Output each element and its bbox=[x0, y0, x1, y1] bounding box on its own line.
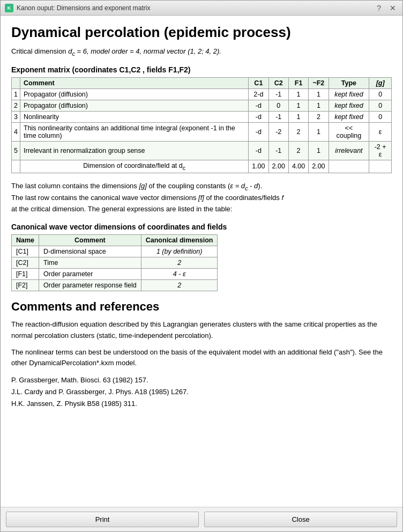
row4-type: << coupling bbox=[329, 123, 369, 142]
row2-c1: -d bbox=[249, 100, 268, 112]
row2-f2: 1 bbox=[309, 100, 329, 112]
row2-comment: Propagator (diffusion) bbox=[20, 100, 249, 112]
page-title: Dynamical percolation (epidemic process) bbox=[11, 24, 392, 41]
row1-f1: 1 bbox=[288, 89, 308, 100]
row4-g: ε bbox=[369, 123, 392, 142]
row-num-1: 1 bbox=[12, 89, 20, 100]
row-num-4: 4 bbox=[12, 123, 20, 142]
table-row: 4 This nonlinearity contains an addition… bbox=[12, 123, 392, 142]
row-num-2: 2 bbox=[12, 100, 20, 112]
canon-row4-dim: 2 bbox=[141, 280, 218, 291]
col-header-rownum bbox=[12, 78, 20, 89]
dc-subscript: c bbox=[72, 50, 74, 57]
col-header-g: [g] bbox=[369, 78, 392, 89]
table-row: 2 Propagator (diffusion) -d 0 1 1 kept f… bbox=[12, 100, 392, 112]
table-row: [C1] D-dimensional space 1 (by definitio… bbox=[12, 246, 218, 257]
table-row: [C2] Time 2 bbox=[12, 257, 218, 269]
references: P. Grassberger, Math. Biosci. 63 (1982) … bbox=[11, 374, 392, 410]
row5-c1: -d bbox=[249, 142, 268, 160]
window-title: Kanon ouput: Dimensions and exponent mat… bbox=[17, 4, 151, 12]
canon-row2-name: [C2] bbox=[12, 257, 39, 269]
row1-comment: Propagator (diffusion) bbox=[20, 89, 249, 100]
ref-2: J.L. Cardy and P. Grassberger, J. Phys. … bbox=[11, 386, 392, 398]
row1-f2: 1 bbox=[309, 89, 329, 100]
row5-g: -2 + ε bbox=[369, 142, 392, 160]
table-header-row: Comment C1 C2 F1 ~F2 Type [g] bbox=[12, 78, 392, 89]
exponent-section-title: Exponent matrix (coordinates C1,C2 , fie… bbox=[11, 65, 392, 74]
row-num-3: 3 bbox=[12, 112, 20, 123]
content-area: Dynamical percolation (epidemic process)… bbox=[1, 16, 402, 507]
canon-row3-dim: 4 - ε bbox=[141, 269, 218, 280]
dim-f2: 2.00 bbox=[309, 160, 329, 173]
title-bar: K Kanon ouput: Dimensions and exponent m… bbox=[1, 1, 402, 16]
dimension-row: Dimension of coordinate/field at dc 1.00… bbox=[12, 160, 392, 173]
row3-c2: -1 bbox=[268, 112, 288, 123]
help-button[interactable]: ? bbox=[375, 4, 383, 12]
row1-c2: -1 bbox=[268, 89, 288, 100]
row3-g: 0 bbox=[369, 112, 392, 123]
title-bar-left: K Kanon ouput: Dimensions and exponent m… bbox=[5, 4, 151, 12]
canon-col-comment: Comment bbox=[39, 235, 141, 246]
description-para: The last column contains the dimensions … bbox=[11, 181, 392, 216]
canonical-header-row: Name Comment Canonical dimension bbox=[12, 235, 218, 246]
col-header-f2: ~F2 bbox=[309, 78, 329, 89]
canon-col-dim: Canonical dimension bbox=[141, 235, 218, 246]
row5-f1: 2 bbox=[288, 142, 308, 160]
canon-row2-dim: 2 bbox=[141, 257, 218, 269]
canon-row2-comment: Time bbox=[39, 257, 141, 269]
table-row: [F2] Order parameter response field 2 bbox=[12, 280, 218, 291]
row2-c2: 0 bbox=[268, 100, 288, 112]
comments-title: Comments and references bbox=[11, 300, 392, 314]
col-header-c1: C1 bbox=[249, 78, 268, 89]
canon-row3-comment: Order parameter bbox=[39, 269, 141, 280]
row5-f2: 1 bbox=[309, 142, 329, 160]
print-button[interactable]: Print bbox=[6, 512, 199, 527]
dim-empty1 bbox=[329, 160, 369, 173]
canon-row1-dim: 1 (by definition) bbox=[141, 246, 218, 257]
col-header-type: Type bbox=[329, 78, 369, 89]
row4-f2: 1 bbox=[309, 123, 329, 142]
dim-c2: 2.00 bbox=[268, 160, 288, 173]
dim-row-empty bbox=[12, 160, 20, 173]
row3-comment: Nonlinearity bbox=[20, 112, 249, 123]
row5-c2: -1 bbox=[268, 142, 288, 160]
row3-type: kept fixed bbox=[329, 112, 369, 123]
dim-row-label: Dimension of coordinate/field at dc bbox=[20, 160, 249, 173]
canonical-table: Name Comment Canonical dimension [C1] D-… bbox=[11, 234, 218, 291]
canon-row1-comment: D-dimensional space bbox=[39, 246, 141, 257]
close-button-footer[interactable]: Close bbox=[204, 512, 397, 527]
row5-comment: Irrelevant in renormalization group sens… bbox=[20, 142, 249, 160]
row4-f1: 2 bbox=[288, 123, 308, 142]
table-row: [F1] Order parameter 4 - ε bbox=[12, 269, 218, 280]
footer: Print Close bbox=[1, 507, 402, 531]
canon-row1-name: [C1] bbox=[12, 246, 39, 257]
table-row: 3 Nonlinearity -d -1 1 2 kept fixed 0 bbox=[12, 112, 392, 123]
dim-c1: 1.00 bbox=[249, 160, 268, 173]
col-header-f1: F1 bbox=[288, 78, 308, 89]
comments-text-2: The nonlinear terms can best be understo… bbox=[11, 347, 392, 370]
table-row: 5 Irrelevant in renormalization group se… bbox=[12, 142, 392, 160]
col-header-c2: C2 bbox=[268, 78, 288, 89]
title-bar-buttons: ? ✕ bbox=[375, 4, 398, 12]
row3-f2: 2 bbox=[309, 112, 329, 123]
canonical-section-title: Canonical wave vector dimensions of coor… bbox=[11, 223, 392, 231]
subtitle: Critical dimension dc = 6, model order =… bbox=[11, 46, 392, 58]
close-button[interactable]: ✕ bbox=[387, 4, 398, 12]
row3-f1: 1 bbox=[288, 112, 308, 123]
row4-comment: This nonlinearity contains an additional… bbox=[20, 123, 249, 142]
row3-c1: -d bbox=[249, 112, 268, 123]
row1-type: kept fixed bbox=[329, 89, 369, 100]
row-num-5: 5 bbox=[12, 142, 20, 160]
canon-row3-name: [F1] bbox=[12, 269, 39, 280]
dim-empty2 bbox=[369, 160, 392, 173]
row2-type: kept fixed bbox=[329, 100, 369, 112]
ref-1: P. Grassberger, Math. Biosci. 63 (1982) … bbox=[11, 374, 392, 386]
ref-3: H.K. Janssen, Z. Physik B58 (1985) 311. bbox=[11, 398, 392, 410]
dim-f1: 4.00 bbox=[288, 160, 308, 173]
col-header-comment: Comment bbox=[20, 78, 249, 89]
row2-g: 0 bbox=[369, 100, 392, 112]
canon-row4-name: [F2] bbox=[12, 280, 39, 291]
canon-col-name: Name bbox=[12, 235, 39, 246]
row4-c1: -d bbox=[249, 123, 268, 142]
row1-g: 0 bbox=[369, 89, 392, 100]
